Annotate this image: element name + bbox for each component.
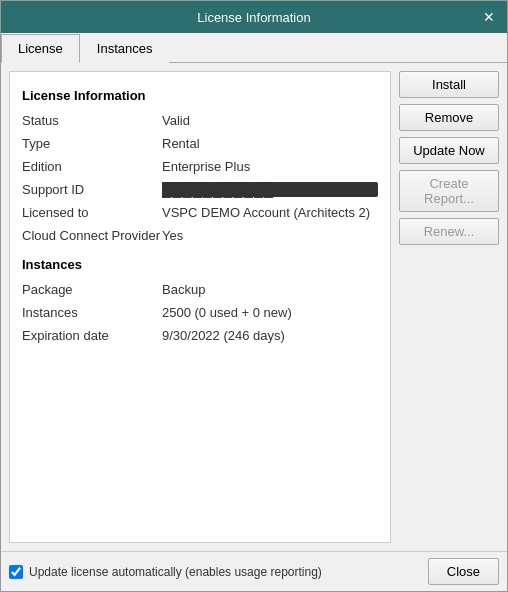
footer-right: Close — [428, 558, 499, 585]
value-package: Backup — [162, 282, 378, 297]
license-section-title: License Information — [22, 88, 378, 103]
label-support-id: Support ID — [22, 182, 162, 197]
label-package: Package — [22, 282, 162, 297]
label-cloud-connect: Cloud Connect Provider — [22, 228, 162, 243]
update-now-button[interactable]: Update Now — [399, 137, 499, 164]
main-panel: License Information Status Valid Type Re… — [9, 71, 391, 543]
value-status: Valid — [162, 113, 378, 128]
info-row-status: Status Valid — [22, 113, 378, 128]
label-edition: Edition — [22, 159, 162, 174]
info-row-edition: Edition Enterprise Plus — [22, 159, 378, 174]
info-row-type: Type Rental — [22, 136, 378, 151]
value-support-id: ███████████ — [162, 182, 378, 197]
instances-section-title: Instances — [22, 257, 378, 272]
install-button[interactable]: Install — [399, 71, 499, 98]
auto-update-label: Update license automatically (enables us… — [29, 565, 322, 579]
license-dialog: License Information ✕ License Instances … — [0, 0, 508, 592]
value-type: Rental — [162, 136, 378, 151]
side-panel: Install Remove Update Now Create Report.… — [399, 71, 499, 543]
close-icon[interactable]: ✕ — [479, 7, 499, 27]
value-instances: 2500 (0 used + 0 new) — [162, 305, 378, 320]
tabs-bar: License Instances — [1, 33, 507, 63]
create-report-button[interactable]: Create Report... — [399, 170, 499, 212]
renew-button[interactable]: Renew... — [399, 218, 499, 245]
title-bar: License Information ✕ — [1, 1, 507, 33]
footer-left: Update license automatically (enables us… — [9, 565, 322, 579]
value-edition: Enterprise Plus — [162, 159, 378, 174]
value-licensed-to: VSPC DEMO Account (Architects 2) — [162, 205, 378, 220]
tab-license[interactable]: License — [1, 34, 80, 63]
label-type: Type — [22, 136, 162, 151]
value-cloud-connect: Yes — [162, 228, 378, 243]
close-button[interactable]: Close — [428, 558, 499, 585]
info-row-support-id: Support ID ███████████ — [22, 182, 378, 197]
info-row-instances: Instances 2500 (0 used + 0 new) — [22, 305, 378, 320]
dialog-title: License Information — [29, 10, 479, 25]
tab-instances[interactable]: Instances — [80, 34, 170, 63]
info-row-cloud-connect: Cloud Connect Provider Yes — [22, 228, 378, 243]
content-area: License Information Status Valid Type Re… — [1, 63, 507, 551]
label-expiration: Expiration date — [22, 328, 162, 343]
footer: Update license automatically (enables us… — [1, 551, 507, 591]
info-row-expiration: Expiration date 9/30/2022 (246 days) — [22, 328, 378, 343]
info-row-licensed-to: Licensed to VSPC DEMO Account (Architect… — [22, 205, 378, 220]
info-row-package: Package Backup — [22, 282, 378, 297]
value-expiration: 9/30/2022 (246 days) — [162, 328, 378, 343]
label-status: Status — [22, 113, 162, 128]
auto-update-checkbox[interactable] — [9, 565, 23, 579]
label-instances: Instances — [22, 305, 162, 320]
remove-button[interactable]: Remove — [399, 104, 499, 131]
label-licensed-to: Licensed to — [22, 205, 162, 220]
